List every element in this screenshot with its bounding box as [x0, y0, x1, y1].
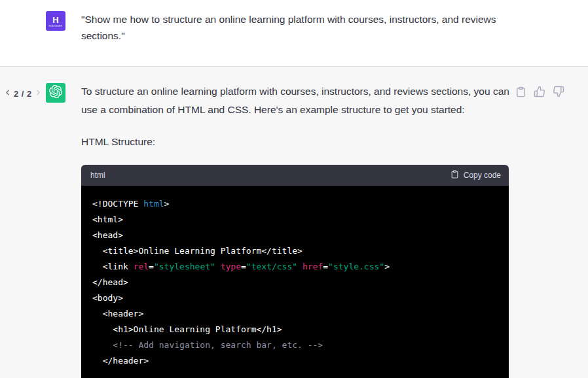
response-paragraph: To structure an online learning platform…	[81, 82, 513, 119]
thumbs-down-button[interactable]	[553, 86, 564, 99]
next-response-button[interactable]	[34, 88, 43, 99]
code-language-label: html	[90, 171, 105, 180]
code-block-header: html Copy code	[81, 165, 509, 186]
chat-page: H HOSTINGER "Show me how to structure an…	[0, 0, 588, 378]
clipboard-icon	[450, 170, 459, 180]
assistant-message: 2 / 2	[0, 66, 588, 378]
chevron-left-icon	[3, 88, 12, 99]
assistant-response: To structure an online learning platform…	[81, 82, 513, 378]
thumbs-up-button[interactable]	[534, 86, 545, 99]
user-avatar: H HOSTINGER	[46, 11, 65, 31]
chevron-right-icon	[34, 88, 43, 99]
previous-response-button[interactable]	[3, 88, 12, 99]
user-message-text: "Show me how to structure an online lear…	[81, 11, 510, 44]
hostinger-brand-text: HOSTINGER	[49, 25, 62, 27]
response-pagination: 2 / 2	[3, 87, 43, 100]
clipboard-icon	[515, 86, 526, 99]
user-message: H HOSTINGER "Show me how to structure an…	[0, 0, 588, 66]
message-actions	[515, 86, 564, 99]
thumbs-down-icon	[553, 86, 564, 99]
copy-code-label: Copy code	[464, 171, 501, 180]
code-content: <!DOCTYPE html><html><head> <title>Onlin…	[81, 186, 509, 378]
hostinger-logo-icon: H	[52, 16, 58, 24]
assistant-avatar	[46, 83, 65, 103]
openai-logo-icon	[49, 85, 62, 101]
copy-message-button[interactable]	[515, 86, 526, 99]
copy-code-button[interactable]: Copy code	[450, 170, 501, 180]
pagination-label: 2 / 2	[14, 89, 32, 99]
code-block: html Copy code <!DOCTYPE html><html><hea…	[81, 165, 509, 378]
response-subheading: HTML Structure:	[81, 133, 513, 151]
thumbs-up-icon	[534, 86, 545, 99]
